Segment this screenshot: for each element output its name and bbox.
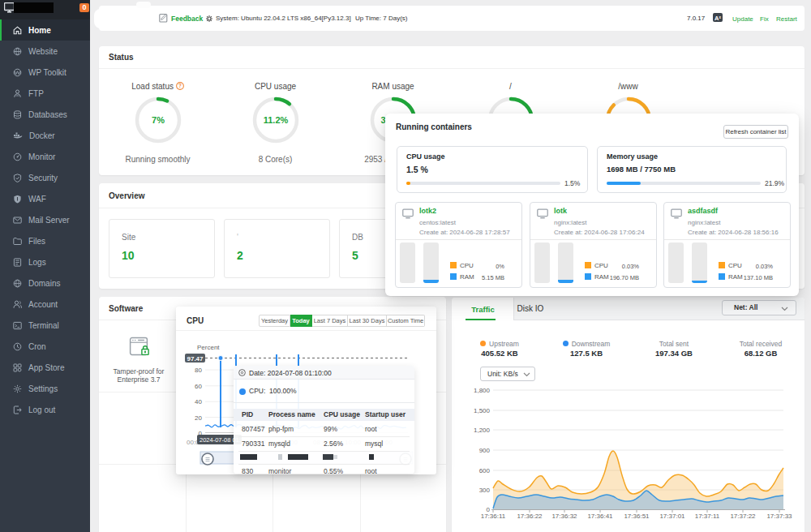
svg-text:17:37:33: 17:37:33 [766, 513, 792, 520]
svg-text:11.2%: 11.2% [263, 115, 288, 125]
svg-text:300: 300 [479, 487, 491, 494]
svg-text:17:37:11: 17:37:11 [695, 513, 720, 520]
svg-text:20: 20 [195, 414, 202, 422]
svg-text:1,500: 1,500 [474, 407, 491, 414]
svg-text:?: ? [178, 83, 182, 88]
svg-text:17:36:51: 17:36:51 [624, 513, 650, 520]
svg-text:60: 60 [195, 383, 202, 390]
svg-text:17:37:22: 17:37:22 [730, 513, 756, 520]
svg-text:7%: 7% [152, 115, 165, 125]
svg-text:97.47: 97.47 [187, 355, 204, 363]
svg-text:17:36:11: 17:36:11 [481, 513, 506, 520]
svg-text:900: 900 [479, 447, 491, 454]
svg-text:17:36:22: 17:36:22 [517, 513, 543, 520]
svg-text:Percent: Percent [197, 344, 220, 351]
svg-text:40: 40 [195, 398, 202, 405]
svg-text:17:37:01: 17:37:01 [659, 513, 685, 520]
svg-text:17:36:32: 17:36:32 [551, 513, 577, 520]
svg-text:80: 80 [195, 367, 202, 374]
svg-text:17:36:41: 17:36:41 [587, 513, 613, 520]
svg-text:600: 600 [479, 467, 491, 474]
svg-text:1,200: 1,200 [474, 427, 491, 434]
svg-text:1,800: 1,800 [474, 387, 491, 394]
